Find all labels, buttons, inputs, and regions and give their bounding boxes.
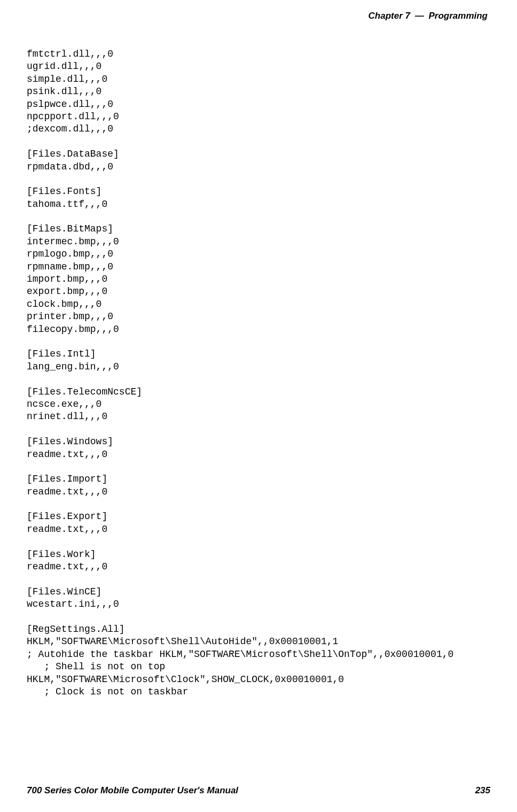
code-line: tahoma.ttf,,,0 bbox=[27, 199, 107, 210]
code-line: wcestart.ini,,,0 bbox=[27, 599, 119, 609]
code-line: npcpport.dll,,,0 bbox=[27, 111, 119, 122]
code-line: rpmdata.dbd,,,0 bbox=[27, 161, 113, 172]
code-block: fmtctrl.dll,,,0 ugrid.dll,,,0 simple.dll… bbox=[27, 48, 490, 698]
code-line: ncsce.exe,,,0 bbox=[27, 399, 101, 409]
code-line: lang_eng.bin,,,0 bbox=[27, 361, 119, 372]
code-line: readme.txt,,,0 bbox=[27, 449, 107, 460]
code-line: intermec.bmp,,,0 bbox=[27, 236, 119, 247]
code-line: [Files.Export] bbox=[27, 511, 107, 522]
code-line: HKLM,"SOFTWARE\Microsoft\Clock",SHOW_CLO… bbox=[27, 674, 344, 685]
code-line: simple.dll,,,0 bbox=[27, 74, 107, 84]
code-line: pslpwce.dll,,,0 bbox=[27, 99, 113, 110]
code-line: [Files.Import] bbox=[27, 474, 107, 484]
code-line: printer.bmp,,,0 bbox=[27, 311, 113, 322]
code-line: nrinet.dll,,,0 bbox=[27, 411, 107, 422]
header-separator: — bbox=[412, 11, 426, 21]
code-line: ; Shell is not on top bbox=[27, 661, 165, 672]
code-line: [Files.WinCE] bbox=[27, 586, 101, 597]
code-line: ;dexcom.dll,,,0 bbox=[27, 123, 113, 134]
code-line: readme.txt,,,0 bbox=[27, 524, 107, 535]
code-line: HKLM,"SOFTWARE\Microsoft\Shell\AutoHide"… bbox=[27, 636, 338, 647]
code-line: [RegSettings.All] bbox=[27, 624, 125, 635]
code-line: readme.txt,,,0 bbox=[27, 561, 107, 572]
code-line: [Files.Intl] bbox=[27, 349, 96, 359]
page-footer: 700 Series Color Mobile Computer User's … bbox=[27, 785, 490, 796]
code-line: psink.dll,,,0 bbox=[27, 86, 101, 97]
code-line: [Files.TelecomNcsCE] bbox=[27, 386, 142, 397]
code-line: [Files.Windows] bbox=[27, 436, 113, 447]
code-line: import.bmp,,,0 bbox=[27, 274, 107, 284]
code-line: ; Autohide the taskbar HKLM,"SOFTWARE\Mi… bbox=[27, 649, 453, 660]
code-line: rpmname.bmp,,,0 bbox=[27, 261, 113, 272]
code-line: ; Clock is not on taskbar bbox=[27, 686, 188, 697]
code-line: [Files.BitMaps] bbox=[27, 223, 113, 234]
code-line: [Files.Work] bbox=[27, 549, 96, 560]
code-line: [Files.Fonts] bbox=[27, 186, 101, 197]
section-title: Programming bbox=[428, 11, 488, 21]
footer-title: 700 Series Color Mobile Computer User's … bbox=[27, 785, 238, 796]
code-line: filecopy.bmp,,,0 bbox=[27, 324, 119, 335]
code-line: readme.txt,,,0 bbox=[27, 486, 107, 497]
code-line: fmtctrl.dll,,,0 bbox=[27, 49, 113, 59]
code-line: export.bmp,,,0 bbox=[27, 286, 107, 297]
page-header: Chapter 7 — Programming bbox=[27, 11, 490, 21]
code-line: ugrid.dll,,,0 bbox=[27, 61, 101, 72]
page-number: 235 bbox=[475, 785, 490, 796]
code-line: clock.bmp,,,0 bbox=[27, 299, 101, 310]
code-line: [Files.DataBase] bbox=[27, 149, 119, 159]
code-line: rpmlogo.bmp,,,0 bbox=[27, 249, 113, 259]
chapter-label: Chapter 7 bbox=[369, 11, 410, 21]
